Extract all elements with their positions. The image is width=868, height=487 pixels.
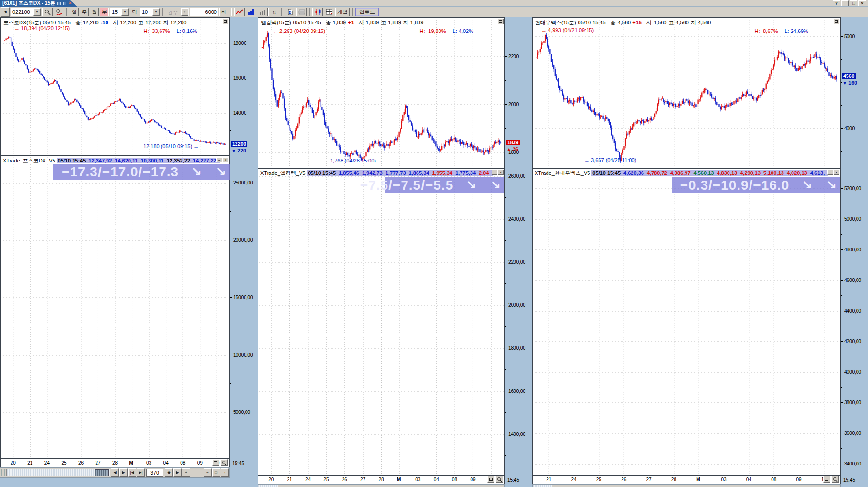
scrollbar-sliver[interactable]	[532, 484, 841, 487]
time-label: 03	[721, 477, 727, 482]
panel-restore-button[interactable]	[833, 19, 839, 24]
bar-unit-button[interactable]: 바	[219, 8, 228, 16]
minimize-icon[interactable]: –	[216, 157, 222, 162]
axis-tick	[841, 326, 842, 326]
axis-tick	[841, 311, 843, 311]
zoom-button[interactable]	[221, 459, 228, 466]
indicator-title: XTrade_엘컴텍_V5	[260, 170, 307, 176]
bar-count-input[interactable]	[190, 8, 218, 16]
tick-button[interactable]: 틱	[130, 8, 139, 16]
symbol-code-combo[interactable]: 022100 ▼	[11, 8, 41, 16]
close-button[interactable]: ×	[858, 0, 866, 6]
time-label: 04	[163, 460, 169, 465]
chart-scrollbar[interactable]: ◀▶|◀▶| ◆▶+ −□×	[0, 467, 230, 478]
scrollbar-button[interactable]: +	[182, 468, 190, 477]
panel-restore-button[interactable]	[497, 19, 504, 24]
scrollbar-button[interactable]: −	[204, 468, 212, 477]
symbol-search-button[interactable]	[42, 8, 53, 16]
chevron-down-icon[interactable]: ▼	[33, 8, 41, 16]
close-icon[interactable]: ×	[834, 170, 839, 175]
chart-fit-button[interactable]	[212, 459, 219, 466]
axis-label: 2200	[508, 54, 519, 59]
session-end-time: 15:45	[843, 477, 855, 483]
tick-interval-combo[interactable]: 10 ▼	[140, 8, 160, 16]
scrollbar-sliver[interactable]	[258, 484, 505, 487]
chevron-down-icon[interactable]: ▼	[121, 8, 129, 16]
minimize-icon[interactable]: –	[827, 170, 833, 175]
line-chart-settings-button[interactable]	[234, 8, 245, 16]
time-label: 26	[621, 477, 626, 482]
zoom-button[interactable]	[832, 476, 839, 483]
scrollbar-button[interactable]: ×	[221, 468, 229, 477]
candle-chart-area[interactable]: 엘컴텍(15분) 05/10 15:45 종 1,839 +1 시 1,839 …	[258, 17, 505, 168]
indicator-window-controls: –×	[216, 157, 228, 162]
scrollbar-button[interactable]: ▶	[119, 468, 128, 477]
close-value: 1,839	[333, 20, 346, 25]
h-percent: H: -19,80%	[420, 28, 446, 34]
scrollbar-button[interactable]: ◆	[165, 468, 173, 477]
candle-chart-button[interactable]	[312, 8, 323, 16]
scrollbar-thumb[interactable]	[95, 469, 109, 476]
symbol-name: 현대무벡스(15분)	[535, 19, 576, 26]
indicator-chart-area[interactable]: XTrade_엘컴텍_V505/10 15:451,855,461,942,73…	[258, 168, 505, 476]
new-document-button[interactable]: D	[285, 8, 295, 16]
scrollbar-button[interactable]: ▶|	[137, 468, 145, 477]
maximize-button[interactable]: □	[850, 0, 857, 6]
axis-tick	[841, 128, 843, 129]
axis-tick	[230, 441, 231, 441]
panel-restore-button[interactable]	[222, 19, 228, 24]
close-icon[interactable]: ×	[498, 170, 504, 175]
tab-close-icon[interactable]: ×	[69, 0, 72, 6]
indicator-chart-area[interactable]: XTrade_현대무벡스_V505/10 15:454,620,364,780,…	[532, 168, 841, 476]
nav-back-button[interactable]: ◀	[1, 7, 10, 17]
window-tab[interactable]: [6101] 포스코DX - 15분×	[0, 0, 77, 7]
chart-fit-button[interactable]	[823, 476, 830, 483]
scrollbar-track[interactable]	[6, 469, 110, 476]
scrollbar-grip[interactable]	[1, 469, 5, 476]
bar-chart-button[interactable]	[257, 8, 268, 16]
chart-fit-button[interactable]	[487, 476, 494, 483]
signal-overlay: −7.5/−7.5/−5.5 ↘ ↘	[385, 177, 504, 193]
scrollbar-button[interactable]: ◀	[111, 468, 119, 477]
indicator-chart-area[interactable]: XTrade_포스코DX_V505/10 15:4512,347,9214,62…	[0, 156, 230, 459]
down-arrows-icon: ↘ ↘	[466, 178, 501, 193]
minimize-button[interactable]: _	[841, 0, 849, 6]
indicator-header: XTrade_포스코DX_V505/10 15:4512,347,9214,62…	[3, 157, 220, 164]
time-label: 28	[671, 477, 676, 482]
close-icon[interactable]: ×	[223, 157, 228, 162]
help-button[interactable]: ?	[833, 0, 840, 6]
time-label: 26	[78, 460, 84, 465]
price-axis: 500040005200,005000,004800,004600,004400…	[841, 17, 868, 487]
scrollbar-button[interactable]: |◀	[128, 468, 136, 477]
axis-tick	[505, 128, 506, 129]
minimize-icon[interactable]: –	[492, 170, 497, 175]
time-label: 20	[11, 460, 16, 465]
minute-interval-combo[interactable]: 15 ▼	[110, 8, 129, 16]
scrollbar-button[interactable]: □	[212, 468, 220, 477]
individual-button[interactable]: 개별	[335, 8, 350, 16]
chart-header: 현대무벡스(15분) 05/10 15:45 종 4,560 +15 시 4,5…	[535, 19, 713, 26]
indicator-title: XTrade_포스코DX_V5	[3, 158, 57, 163]
period-minute-button[interactable]: 분	[100, 8, 109, 16]
indicator-value: 1,775,34	[455, 170, 476, 176]
down-arrows-icon: ↘ ↘	[191, 164, 226, 179]
time-label: 08	[771, 477, 776, 482]
grid-layout-button[interactable]	[324, 8, 334, 16]
period-day-button[interactable]: 일	[70, 8, 79, 16]
chevron-down-icon[interactable]: ▼	[152, 8, 160, 16]
axis-tick	[505, 152, 507, 152]
period-week-button[interactable]: 주	[80, 8, 89, 16]
axis-tick	[230, 240, 232, 240]
candle-chart-area[interactable]: 포스코DX(15분) 05/10 15:45 종 12,200 -10 시 12…	[0, 17, 230, 156]
upload-button[interactable]: 업로드	[355, 8, 379, 16]
period-month-button[interactable]: 월	[90, 8, 99, 16]
scrollbar-button[interactable]: ▶	[173, 468, 182, 477]
indicator-window-controls: –×	[492, 170, 504, 175]
symbol-recent-search-button[interactable]	[54, 8, 64, 16]
candle-chart-area[interactable]: 현대무벡스(15분) 05/10 15:45 종 4,560 +15 시 4,5…	[532, 17, 841, 168]
volume-chart-button[interactable]	[246, 8, 256, 16]
change-value: +1	[348, 20, 354, 25]
zoom-button[interactable]	[496, 476, 503, 483]
sort-updown-button[interactable]: ↑↓	[268, 8, 279, 16]
visible-bars-input[interactable]	[146, 469, 163, 477]
